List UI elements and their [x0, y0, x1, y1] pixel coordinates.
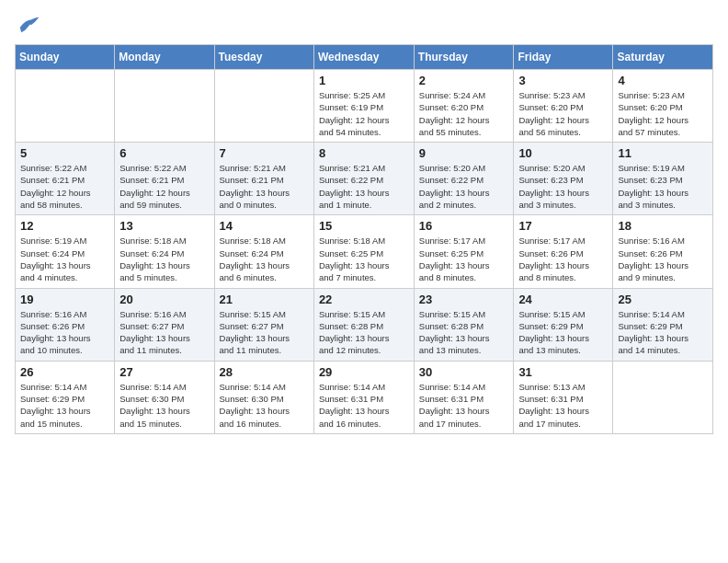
- day-number: 10: [518, 146, 608, 160]
- day-detail: Sunrise: 5:14 AM Sunset: 6:29 PM Dayligh…: [20, 381, 109, 430]
- day-number: 6: [119, 146, 209, 160]
- day-detail: Sunrise: 5:18 AM Sunset: 6:24 PM Dayligh…: [119, 235, 209, 283]
- calendar-cell: 27Sunrise: 5:14 AM Sunset: 6:30 PM Dayli…: [115, 361, 214, 433]
- calendar-cell: 31Sunrise: 5:13 AM Sunset: 6:31 PM Dayli…: [514, 361, 613, 433]
- day-detail: Sunrise: 5:19 AM Sunset: 6:23 PM Dayligh…: [618, 162, 708, 211]
- calendar-cell: 11Sunrise: 5:19 AM Sunset: 6:23 PM Dayli…: [613, 143, 713, 215]
- day-detail: Sunrise: 5:19 AM Sunset: 6:24 PM Dayligh…: [20, 235, 109, 283]
- day-number: 16: [419, 219, 509, 233]
- day-detail: Sunrise: 5:15 AM Sunset: 6:28 PM Dayligh…: [319, 308, 409, 357]
- day-detail: Sunrise: 5:24 AM Sunset: 6:20 PM Dayligh…: [419, 89, 509, 138]
- day-detail: Sunrise: 5:16 AM Sunset: 6:26 PM Dayligh…: [20, 308, 109, 357]
- calendar-cell: [214, 70, 313, 143]
- day-detail: Sunrise: 5:15 AM Sunset: 6:28 PM Dayligh…: [419, 308, 509, 357]
- day-number: 1: [319, 74, 409, 87]
- calendar-week-row: 12Sunrise: 5:19 AM Sunset: 6:24 PM Dayli…: [16, 215, 713, 288]
- day-number: 26: [20, 365, 109, 379]
- day-number: 27: [119, 365, 209, 379]
- calendar-table: SundayMondayTuesdayWednesdayThursdayFrid…: [15, 44, 713, 434]
- calendar-cell: 14Sunrise: 5:18 AM Sunset: 6:24 PM Dayli…: [214, 215, 313, 288]
- calendar-cell: 13Sunrise: 5:18 AM Sunset: 6:24 PM Dayli…: [115, 215, 214, 288]
- calendar-cell: 18Sunrise: 5:16 AM Sunset: 6:26 PM Dayli…: [613, 215, 713, 288]
- calendar-cell: 10Sunrise: 5:20 AM Sunset: 6:23 PM Dayli…: [514, 143, 613, 215]
- calendar-cell: 2Sunrise: 5:24 AM Sunset: 6:20 PM Daylig…: [414, 70, 514, 143]
- calendar-cell: 16Sunrise: 5:17 AM Sunset: 6:25 PM Dayli…: [414, 215, 514, 288]
- day-detail: Sunrise: 5:14 AM Sunset: 6:30 PM Dayligh…: [220, 381, 309, 430]
- day-number: 15: [319, 219, 409, 233]
- day-number: 8: [319, 146, 409, 160]
- day-detail: Sunrise: 5:15 AM Sunset: 6:27 PM Dayligh…: [220, 308, 309, 357]
- day-detail: Sunrise: 5:18 AM Sunset: 6:24 PM Dayligh…: [220, 235, 309, 283]
- calendar-cell: 5Sunrise: 5:22 AM Sunset: 6:21 PM Daylig…: [16, 143, 115, 215]
- day-number: 29: [319, 365, 409, 379]
- day-detail: Sunrise: 5:22 AM Sunset: 6:21 PM Dayligh…: [20, 162, 109, 211]
- calendar-cell: 8Sunrise: 5:21 AM Sunset: 6:22 PM Daylig…: [313, 143, 414, 215]
- calendar-cell: 6Sunrise: 5:22 AM Sunset: 6:21 PM Daylig…: [115, 143, 214, 215]
- logo: [15, 15, 44, 35]
- day-number: 21: [220, 293, 309, 306]
- calendar-cell: 12Sunrise: 5:19 AM Sunset: 6:24 PM Dayli…: [16, 215, 115, 288]
- day-detail: Sunrise: 5:17 AM Sunset: 6:25 PM Dayligh…: [419, 235, 509, 283]
- weekday-header: Saturday: [613, 45, 713, 70]
- calendar-cell: 19Sunrise: 5:16 AM Sunset: 6:26 PM Dayli…: [16, 288, 115, 361]
- calendar-cell: 21Sunrise: 5:15 AM Sunset: 6:27 PM Dayli…: [214, 288, 313, 361]
- day-number: 2: [419, 74, 509, 87]
- calendar-cell: 29Sunrise: 5:14 AM Sunset: 6:31 PM Dayli…: [313, 361, 414, 433]
- day-detail: Sunrise: 5:20 AM Sunset: 6:23 PM Dayligh…: [518, 162, 608, 211]
- day-number: 23: [419, 293, 509, 306]
- day-detail: Sunrise: 5:17 AM Sunset: 6:26 PM Dayligh…: [518, 235, 608, 283]
- weekday-header: Sunday: [16, 45, 115, 70]
- weekday-header: Thursday: [414, 45, 514, 70]
- day-number: 30: [419, 365, 509, 379]
- day-detail: Sunrise: 5:20 AM Sunset: 6:22 PM Dayligh…: [419, 162, 509, 211]
- day-number: 31: [518, 365, 608, 379]
- day-detail: Sunrise: 5:22 AM Sunset: 6:21 PM Dayligh…: [119, 162, 209, 211]
- calendar-cell: 20Sunrise: 5:16 AM Sunset: 6:27 PM Dayli…: [115, 288, 214, 361]
- calendar-cell: 23Sunrise: 5:15 AM Sunset: 6:28 PM Dayli…: [414, 288, 514, 361]
- calendar-cell: 30Sunrise: 5:14 AM Sunset: 6:31 PM Dayli…: [414, 361, 514, 433]
- day-detail: Sunrise: 5:14 AM Sunset: 6:31 PM Dayligh…: [419, 381, 509, 430]
- calendar-cell: [115, 70, 214, 143]
- day-number: 5: [20, 146, 109, 160]
- calendar-cell: 7Sunrise: 5:21 AM Sunset: 6:21 PM Daylig…: [214, 143, 313, 215]
- weekday-header: Friday: [514, 45, 613, 70]
- weekday-header: Wednesday: [313, 45, 414, 70]
- day-detail: Sunrise: 5:13 AM Sunset: 6:31 PM Dayligh…: [518, 381, 608, 430]
- calendar-cell: 28Sunrise: 5:14 AM Sunset: 6:30 PM Dayli…: [214, 361, 313, 433]
- weekday-header-row: SundayMondayTuesdayWednesdayThursdayFrid…: [16, 45, 713, 70]
- weekday-header: Monday: [115, 45, 214, 70]
- day-number: 22: [319, 293, 409, 306]
- day-number: 7: [220, 146, 309, 160]
- day-detail: Sunrise: 5:16 AM Sunset: 6:27 PM Dayligh…: [119, 308, 209, 357]
- day-detail: Sunrise: 5:25 AM Sunset: 6:19 PM Dayligh…: [319, 89, 409, 138]
- calendar-cell: 26Sunrise: 5:14 AM Sunset: 6:29 PM Dayli…: [16, 361, 115, 433]
- day-detail: Sunrise: 5:15 AM Sunset: 6:29 PM Dayligh…: [518, 308, 608, 357]
- calendar-cell: 15Sunrise: 5:18 AM Sunset: 6:25 PM Dayli…: [313, 215, 414, 288]
- day-detail: Sunrise: 5:23 AM Sunset: 6:20 PM Dayligh…: [518, 89, 608, 138]
- calendar-cell: 4Sunrise: 5:23 AM Sunset: 6:20 PM Daylig…: [613, 70, 713, 143]
- page-header: [15, 15, 713, 35]
- calendar-cell: 3Sunrise: 5:23 AM Sunset: 6:20 PM Daylig…: [514, 70, 613, 143]
- calendar-cell: 25Sunrise: 5:14 AM Sunset: 6:29 PM Dayli…: [613, 288, 713, 361]
- logo-icon: [15, 15, 40, 35]
- calendar-week-row: 5Sunrise: 5:22 AM Sunset: 6:21 PM Daylig…: [16, 143, 713, 215]
- day-number: 4: [618, 74, 708, 87]
- day-number: 9: [419, 146, 509, 160]
- calendar-cell: 9Sunrise: 5:20 AM Sunset: 6:22 PM Daylig…: [414, 143, 514, 215]
- calendar-week-row: 19Sunrise: 5:16 AM Sunset: 6:26 PM Dayli…: [16, 288, 713, 361]
- calendar-week-row: 1Sunrise: 5:25 AM Sunset: 6:19 PM Daylig…: [16, 70, 713, 143]
- day-number: 14: [220, 219, 309, 233]
- day-number: 18: [618, 219, 708, 233]
- day-number: 3: [518, 74, 608, 87]
- day-number: 17: [518, 219, 608, 233]
- calendar-cell: 22Sunrise: 5:15 AM Sunset: 6:28 PM Dayli…: [313, 288, 414, 361]
- day-detail: Sunrise: 5:14 AM Sunset: 6:30 PM Dayligh…: [119, 381, 209, 430]
- day-detail: Sunrise: 5:21 AM Sunset: 6:22 PM Dayligh…: [319, 162, 409, 211]
- calendar-cell: 17Sunrise: 5:17 AM Sunset: 6:26 PM Dayli…: [514, 215, 613, 288]
- calendar-week-row: 26Sunrise: 5:14 AM Sunset: 6:29 PM Dayli…: [16, 361, 713, 433]
- day-detail: Sunrise: 5:23 AM Sunset: 6:20 PM Dayligh…: [618, 89, 708, 138]
- calendar-cell: [613, 361, 713, 433]
- calendar-cell: 24Sunrise: 5:15 AM Sunset: 6:29 PM Dayli…: [514, 288, 613, 361]
- day-number: 19: [20, 293, 109, 306]
- day-detail: Sunrise: 5:16 AM Sunset: 6:26 PM Dayligh…: [618, 235, 708, 283]
